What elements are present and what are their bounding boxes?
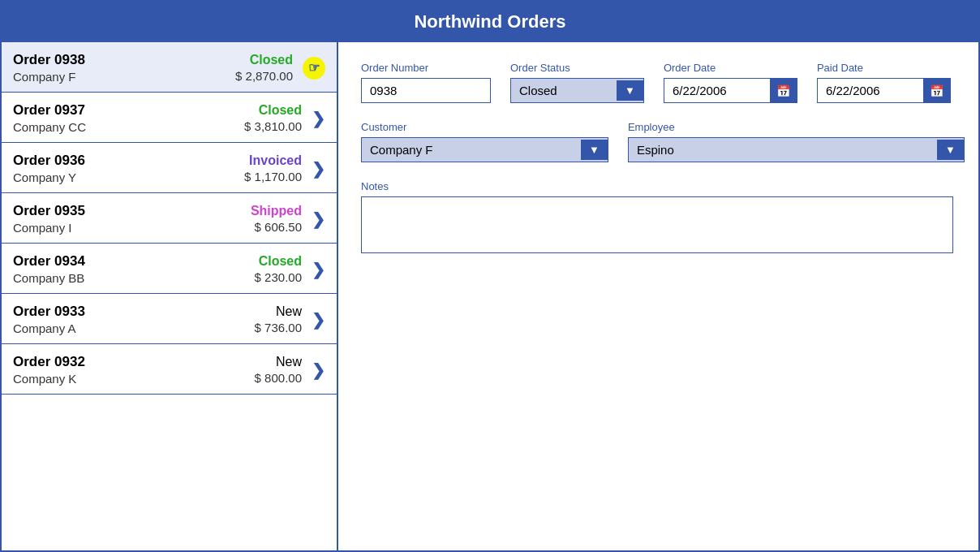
chevron-right-icon-0934: ❯ bbox=[312, 260, 325, 279]
order-title-0937: Order 0937 bbox=[13, 102, 244, 119]
order-status-wrapper: New Invoiced Shipped Closed ▼ bbox=[510, 78, 644, 103]
order-right-0932: New$ 800.00 bbox=[255, 355, 302, 385]
app-body: Order 0938Company FClosed$ 2,870.00☞Orde… bbox=[2, 42, 978, 550]
notes-textarea[interactable] bbox=[361, 196, 953, 253]
calendar-icon-2: 📅 bbox=[930, 84, 943, 97]
order-company-0934: Company BB bbox=[13, 271, 255, 285]
order-info-0938: Order 0938Company F bbox=[13, 52, 235, 84]
order-amount-0934: $ 230.00 bbox=[255, 270, 302, 284]
order-right-0935: Shipped$ 606.50 bbox=[251, 204, 302, 234]
order-item-0932[interactable]: Order 0932Company KNew$ 800.00❯ bbox=[2, 344, 337, 395]
order-item-0936[interactable]: Order 0936Company YInvoiced$ 1,170.00❯ bbox=[2, 143, 337, 193]
order-status-badge-0937: Closed bbox=[259, 103, 302, 118]
form-row-1: Order Number Order Status New Invoiced S… bbox=[361, 62, 956, 103]
order-number-label: Order Number bbox=[361, 62, 491, 74]
order-company-0938: Company F bbox=[13, 70, 235, 84]
order-number-group: Order Number bbox=[361, 62, 491, 103]
customer-label: Customer bbox=[361, 121, 608, 133]
order-number-input[interactable] bbox=[361, 78, 491, 103]
order-amount-0933: $ 736.00 bbox=[255, 321, 302, 334]
calendar-icon: 📅 bbox=[776, 84, 790, 97]
paid-date-wrapper: 📅 bbox=[817, 78, 951, 103]
order-company-0933: Company A bbox=[13, 321, 255, 335]
chevron-right-icon-0933: ❯ bbox=[312, 310, 325, 330]
order-company-0935: Company I bbox=[13, 221, 251, 235]
order-right-0933: New$ 736.00 bbox=[255, 304, 302, 334]
order-date-label: Order Date bbox=[664, 62, 797, 74]
order-info-0935: Order 0935Company I bbox=[13, 203, 251, 235]
dropdown-arrow-icon: ▼ bbox=[625, 84, 635, 97]
order-right-0936: Invoiced$ 1,170.00 bbox=[244, 153, 302, 183]
form-row-2: Customer Company A Company B Company BB … bbox=[361, 121, 956, 162]
order-amount-0932: $ 800.00 bbox=[255, 371, 302, 385]
order-right-0937: Closed$ 3,810.00 bbox=[244, 103, 302, 133]
order-status-badge-0936: Invoiced bbox=[249, 153, 302, 168]
order-item-0935[interactable]: Order 0935Company IShipped$ 606.50❯ bbox=[2, 193, 337, 244]
chevron-right-icon-0938: ☞ bbox=[303, 57, 325, 80]
employee-label: Employee bbox=[628, 121, 965, 133]
order-status-label: Order Status bbox=[510, 62, 644, 74]
order-status-badge-0932: New bbox=[276, 355, 302, 369]
chevron-right-icon-0935: ❯ bbox=[312, 209, 325, 229]
order-status-badge-0935: Shipped bbox=[251, 204, 302, 218]
app-header: Northwind Orders bbox=[2, 2, 978, 42]
order-date-calendar-btn[interactable]: 📅 bbox=[770, 79, 797, 102]
notes-label: Notes bbox=[361, 180, 956, 192]
order-amount-0938: $ 2,870.00 bbox=[235, 69, 293, 83]
employee-group: Employee Espino Freehafer Giussani Hellu… bbox=[628, 121, 965, 162]
order-item-0934[interactable]: Order 0934Company BBClosed$ 230.00❯ bbox=[2, 244, 337, 294]
customer-select[interactable]: Company A Company B Company BB Company C… bbox=[362, 138, 581, 162]
order-item-0937[interactable]: Order 0937Company CCClosed$ 3,810.00❯ bbox=[2, 93, 337, 143]
order-date-input[interactable] bbox=[664, 79, 770, 102]
order-item-0938[interactable]: Order 0938Company FClosed$ 2,870.00☞ bbox=[2, 42, 337, 93]
order-list: Order 0938Company FClosed$ 2,870.00☞Orde… bbox=[2, 42, 338, 550]
employee-wrapper: Espino Freehafer Giussani Hellung-Larsen… bbox=[628, 137, 965, 162]
paid-date-group: Paid Date 📅 bbox=[817, 62, 951, 103]
order-date-group: Order Date 📅 bbox=[664, 62, 797, 103]
customer-group: Customer Company A Company B Company BB … bbox=[361, 121, 608, 162]
chevron-right-icon-0937: ❯ bbox=[312, 109, 325, 128]
order-company-0937: Company CC bbox=[13, 120, 244, 134]
order-company-0936: Company Y bbox=[13, 170, 244, 184]
order-info-0932: Order 0932Company K bbox=[13, 354, 255, 386]
order-info-0934: Order 0934Company BB bbox=[13, 253, 255, 285]
paid-date-calendar-btn[interactable]: 📅 bbox=[923, 79, 950, 102]
order-amount-0937: $ 3,810.00 bbox=[244, 119, 302, 133]
employee-select[interactable]: Espino Freehafer Giussani Hellung-Larsen… bbox=[629, 138, 937, 162]
order-item-0933[interactable]: Order 0933Company ANew$ 736.00❯ bbox=[2, 294, 337, 344]
app-container: Northwind Orders Order 0938Company FClos… bbox=[0, 0, 980, 552]
detail-panel: Order Number Order Status New Invoiced S… bbox=[338, 42, 978, 550]
order-title-0938: Order 0938 bbox=[13, 52, 235, 68]
order-title-0933: Order 0933 bbox=[13, 304, 255, 320]
employee-dropdown-btn[interactable]: ▼ bbox=[937, 140, 964, 160]
customer-wrapper: Company A Company B Company BB Company C… bbox=[361, 137, 608, 162]
paid-date-label: Paid Date bbox=[817, 62, 951, 74]
order-amount-0936: $ 1,170.00 bbox=[244, 170, 302, 183]
order-status-badge-0933: New bbox=[276, 304, 302, 319]
order-title-0932: Order 0932 bbox=[13, 354, 255, 370]
order-info-0937: Order 0937Company CC bbox=[13, 102, 244, 134]
order-company-0932: Company K bbox=[13, 372, 255, 386]
order-info-0933: Order 0933Company A bbox=[13, 304, 255, 335]
customer-dropdown-btn[interactable]: ▼ bbox=[581, 140, 608, 160]
order-title-0935: Order 0935 bbox=[13, 203, 251, 219]
order-status-badge-0934: Closed bbox=[259, 254, 302, 269]
chevron-right-icon-0932: ❯ bbox=[312, 360, 325, 380]
order-right-0934: Closed$ 230.00 bbox=[255, 254, 302, 284]
paid-date-input[interactable] bbox=[818, 79, 923, 102]
order-status-badge-0938: Closed bbox=[250, 53, 293, 67]
app-title: Northwind Orders bbox=[414, 11, 565, 32]
order-status-select[interactable]: New Invoiced Shipped Closed bbox=[511, 79, 617, 102]
order-right-0938: Closed$ 2,870.00 bbox=[235, 53, 293, 83]
order-status-group: Order Status New Invoiced Shipped Closed… bbox=[510, 62, 644, 103]
order-title-0934: Order 0934 bbox=[13, 253, 255, 270]
chevron-right-icon-0936: ❯ bbox=[312, 159, 325, 179]
order-title-0936: Order 0936 bbox=[13, 153, 244, 169]
order-info-0936: Order 0936Company Y bbox=[13, 153, 244, 184]
customer-dropdown-arrow-icon: ▼ bbox=[589, 144, 600, 156]
employee-dropdown-arrow-icon: ▼ bbox=[945, 144, 956, 156]
order-status-dropdown-btn[interactable]: ▼ bbox=[617, 80, 643, 101]
notes-group: Notes bbox=[361, 180, 956, 253]
order-date-wrapper: 📅 bbox=[664, 78, 797, 103]
order-amount-0935: $ 606.50 bbox=[255, 220, 302, 234]
